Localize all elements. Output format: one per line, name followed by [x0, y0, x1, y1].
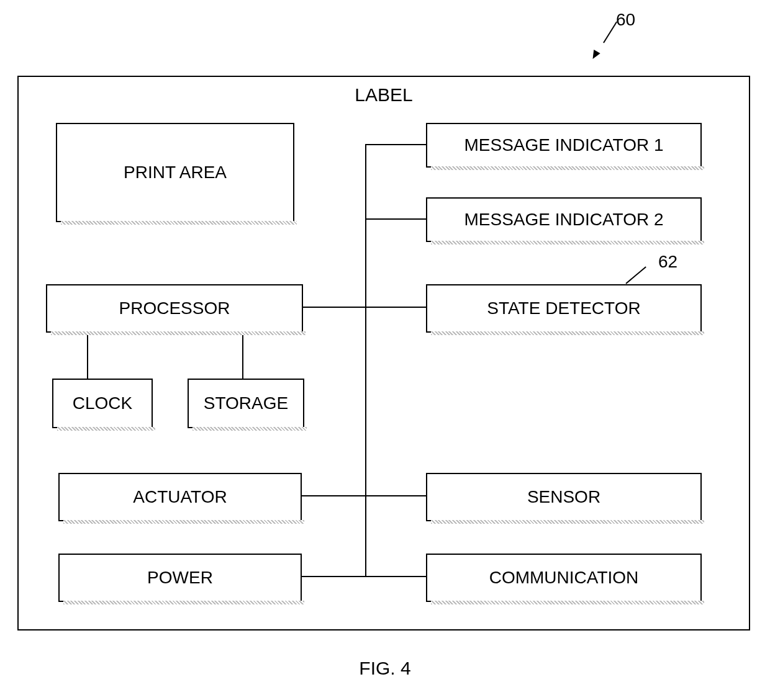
block-sensor: SENSOR [426, 473, 702, 521]
line-bus-comm [365, 576, 426, 577]
line-bus-sensor [365, 495, 426, 496]
label-state-detector: STATE DETECTOR [487, 298, 640, 318]
block-power: POWER [58, 554, 302, 602]
block-msg1: MESSAGE INDICATOR 1 [426, 123, 702, 168]
label-actuator: ACTUATOR [133, 487, 227, 507]
figure-caption: FIG. 4 [0, 658, 770, 679]
ref-60: 60 [616, 10, 635, 30]
block-actuator: ACTUATOR [58, 473, 302, 521]
diagram-stage: 60 LABEL PRINT AREA PROCESSOR CLOCK STOR… [0, 0, 770, 700]
ref-60-arrow-head [589, 50, 600, 61]
block-processor: PROCESSOR [46, 284, 303, 333]
block-state-detector: STATE DETECTOR [426, 284, 702, 333]
line-actuator-bus [301, 495, 366, 496]
line-processor-bus [302, 307, 365, 308]
label-msg2: MESSAGE INDICATOR 2 [464, 210, 663, 230]
bus-vertical [365, 144, 366, 577]
label-sensor: SENSOR [527, 487, 600, 507]
ref-62: 62 [658, 252, 677, 272]
line-bus-state [365, 307, 426, 308]
line-power-bus [301, 576, 366, 577]
block-print-area: PRINT AREA [56, 123, 294, 222]
block-communication: COMMUNICATION [426, 554, 702, 602]
outer-title: LABEL [19, 84, 749, 105]
label-print-area: PRINT AREA [124, 163, 227, 182]
block-msg2: MESSAGE INDICATOR 2 [426, 197, 702, 242]
line-bus-msg1 [365, 144, 426, 145]
label-clock: CLOCK [73, 393, 132, 413]
ref-60-arrow-line [603, 22, 617, 43]
block-storage: STORAGE [188, 379, 304, 428]
line-bus-msg2 [365, 218, 426, 220]
line-proc-storage [242, 331, 243, 379]
label-power: POWER [147, 568, 213, 588]
label-processor: PROCESSOR [119, 298, 230, 318]
label-communication: COMMUNICATION [489, 568, 639, 588]
label-storage: STORAGE [204, 393, 288, 413]
label-msg1: MESSAGE INDICATOR 1 [464, 135, 663, 155]
block-clock: CLOCK [52, 379, 153, 428]
line-proc-clock [87, 331, 88, 379]
